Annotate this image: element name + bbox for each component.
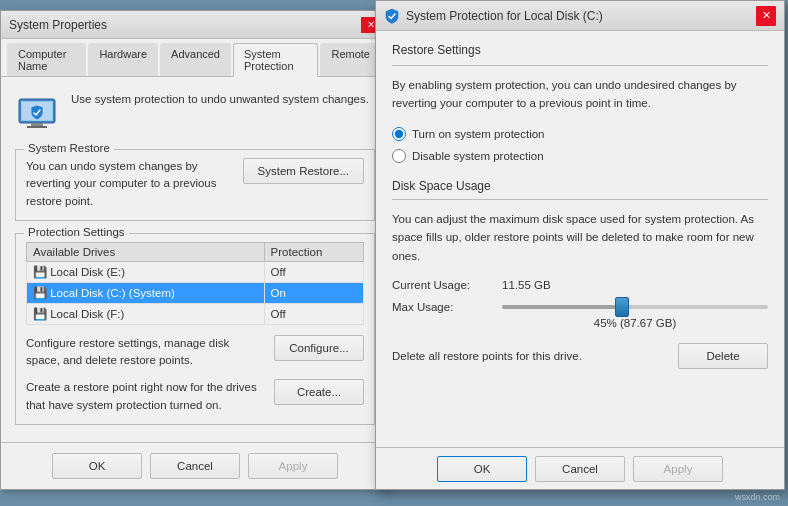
tab-hardware[interactable]: Hardware (88, 43, 158, 76)
slider-track (502, 305, 768, 309)
drive-e-name: 💾 Local Disk (E:) (27, 261, 265, 282)
dialog-close-button[interactable]: ✕ (756, 6, 776, 26)
drive-icon-e: 💾 (33, 266, 47, 278)
max-usage-label: Max Usage: (392, 301, 502, 313)
radio-disable-input[interactable] (392, 149, 406, 163)
system-restore-label: System Restore (24, 142, 114, 154)
system-protection-dialog: System Protection for Local Disk (C:) ✕ … (375, 0, 785, 490)
system-restore-button[interactable]: System Restore... (243, 158, 364, 184)
current-usage-label: Current Usage: (392, 279, 502, 291)
system-properties-title: System Properties (9, 18, 107, 32)
system-description: Use system protection to undo unwanted s… (71, 91, 369, 108)
restore-settings-title: Restore Settings (392, 43, 768, 57)
col-protection: Protection (264, 242, 363, 261)
radio-turn-on[interactable]: Turn on system protection (392, 127, 768, 141)
radio-turn-on-input[interactable] (392, 127, 406, 141)
restore-divider (392, 65, 768, 66)
slider-thumb[interactable] (615, 297, 629, 317)
system-icon (15, 91, 59, 135)
delete-button[interactable]: Delete (678, 343, 768, 369)
drive-icon-c: 💾 (33, 287, 47, 299)
drive-row-e[interactable]: 💾 Local Disk (E:) Off (27, 261, 364, 282)
drive-f-name: 💾 Local Disk (F:) (27, 303, 265, 324)
dialog-apply-button[interactable]: Apply (633, 456, 723, 482)
tab-computer-name[interactable]: Computer Name (7, 43, 86, 76)
watermark: wsxdn.com (735, 492, 780, 502)
disk-section-title: Disk Space Usage (392, 179, 768, 193)
disk-divider (392, 199, 768, 200)
dialog-titlebar: System Protection for Local Disk (C:) ✕ (376, 1, 784, 31)
ok-button[interactable]: OK (52, 453, 142, 479)
max-usage-row: Max Usage: (392, 301, 768, 313)
drive-e-protection: Off (264, 261, 363, 282)
configure-section-row: Configure restore settings, manage disk … (26, 335, 364, 370)
create-section-row: Create a restore point right now for the… (26, 379, 364, 414)
slider-pct-label: 45% (87.67 GB) (392, 317, 768, 329)
drive-c-protection: On (264, 282, 363, 303)
system-properties-titlebar: System Properties ✕ (1, 11, 389, 39)
restore-description: By enabling system protection, you can u… (392, 76, 768, 113)
dialog-cancel-button[interactable]: Cancel (535, 456, 625, 482)
radio-disable-label: Disable system protection (412, 150, 544, 162)
configure-button[interactable]: Configure... (274, 335, 364, 361)
drives-table: Available Drives Protection 💾 Local Disk… (26, 242, 364, 325)
drive-icon-f: 💾 (33, 308, 47, 320)
col-available-drives: Available Drives (27, 242, 265, 261)
slider-fill (502, 305, 622, 309)
svg-rect-2 (31, 123, 43, 126)
svg-rect-3 (27, 126, 47, 128)
create-row: Create a restore point right now for the… (26, 379, 364, 414)
radio-turn-on-label: Turn on system protection (412, 128, 545, 140)
system-props-tabs: Computer Name Hardware Advanced System P… (1, 39, 389, 77)
current-usage-value: 11.55 GB (502, 279, 551, 291)
dialog-footer: OK Cancel Apply (376, 447, 784, 489)
protection-settings-label: Protection Settings (24, 226, 129, 238)
dialog-title-row: System Protection for Local Disk (C:) (384, 8, 603, 24)
sys-info-row: Use system protection to undo unwanted s… (15, 91, 375, 135)
create-button[interactable]: Create... (274, 379, 364, 405)
drive-f-protection: Off (264, 303, 363, 324)
dialog-ok-button[interactable]: OK (437, 456, 527, 482)
protection-settings-section: Protection Settings Available Drives Pro… (15, 233, 375, 425)
drive-row-f[interactable]: 💾 Local Disk (F:) Off (27, 303, 364, 324)
tab-remote[interactable]: Remote (320, 43, 381, 76)
dialog-title: System Protection for Local Disk (C:) (406, 9, 603, 23)
disk-description: You can adjust the maximum disk space us… (392, 210, 768, 265)
system-restore-text: You can undo system changes by reverting… (26, 158, 233, 210)
slider-wrapper[interactable] (502, 305, 768, 309)
delete-row: Delete all restore points for this drive… (392, 343, 768, 369)
delete-text: Delete all restore points for this drive… (392, 350, 582, 362)
create-text: Create a restore point right now for the… (26, 379, 264, 414)
apply-button[interactable]: Apply (248, 453, 338, 479)
system-restore-row: You can undo system changes by reverting… (26, 158, 364, 210)
drive-row-c[interactable]: 💾 Local Disk (C:) (System) On (27, 282, 364, 303)
cancel-button[interactable]: Cancel (150, 453, 240, 479)
current-usage-row: Current Usage: 11.55 GB (392, 279, 768, 291)
dialog-shield-icon (384, 8, 400, 24)
configure-text: Configure restore settings, manage disk … (26, 335, 264, 370)
radio-disable[interactable]: Disable system protection (392, 149, 768, 163)
drive-c-name: 💾 Local Disk (C:) (System) (27, 282, 265, 303)
dialog-body: Restore Settings By enabling system prot… (376, 31, 784, 449)
disk-space-section: Disk Space Usage You can adjust the maxi… (392, 179, 768, 369)
tab-system-protection[interactable]: System Protection (233, 43, 318, 77)
tab-advanced[interactable]: Advanced (160, 43, 231, 76)
system-properties-window: System Properties ✕ Computer Name Hardwa… (0, 10, 390, 490)
restore-settings-section: Restore Settings By enabling system prot… (392, 43, 768, 163)
system-props-footer: OK Cancel Apply (1, 442, 389, 489)
system-restore-section: System Restore You can undo system chang… (15, 149, 375, 221)
system-props-content: Use system protection to undo unwanted s… (1, 77, 389, 451)
configure-row: Configure restore settings, manage disk … (26, 335, 364, 370)
